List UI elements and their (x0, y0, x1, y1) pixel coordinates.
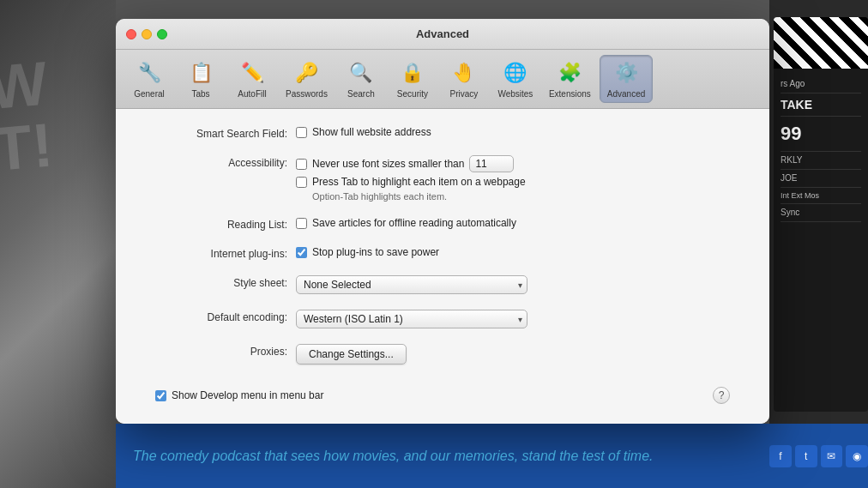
background-left: W T! (0, 0, 116, 488)
show-full-address-label: Show full website address (312, 126, 431, 138)
tabs-label: Tabs (191, 89, 209, 99)
tab-passwords[interactable]: 🔑 Passwords (279, 56, 335, 102)
font-size-select[interactable]: 11 9 10 12 14 16 18 24 (469, 155, 514, 172)
general-label: General (134, 89, 165, 99)
tab-extensions[interactable]: 🧩 Extensions (542, 56, 598, 102)
close-button[interactable] (126, 29, 136, 39)
email-icon[interactable]: ✉ (821, 445, 843, 467)
traffic-lights (126, 29, 167, 39)
passwords-label: Passwords (286, 89, 328, 99)
reading-list-label: Reading List: (142, 217, 296, 231)
tabs-icon: 📋 (187, 59, 214, 87)
clapboard-top (774, 17, 868, 69)
show-full-address-checkbox[interactable] (296, 127, 307, 138)
change-settings-button[interactable]: Change Settings... (296, 344, 407, 364)
smart-search-label: Smart Search Field: (142, 126, 296, 140)
proxies-control: Change Settings... (296, 344, 407, 364)
general-icon: 🔧 (136, 59, 163, 87)
reading-list-control: Save articles for offline reading automa… (296, 217, 516, 229)
proxies-label: Proxies: (142, 344, 296, 358)
encoding-dropdown-wrapper: Western (ISO Latin 1) UTF-8 Unicode (UTF… (296, 310, 527, 328)
window-title: Advanced (416, 27, 469, 40)
bottom-bar: The comedy podcast that sees how movies,… (116, 424, 769, 488)
default-encoding-control: Western (ISO Latin 1) UTF-8 Unicode (UTF… (296, 310, 527, 328)
accessibility-label: Accessibility: (142, 155, 296, 169)
default-encoding-label: Default encoding: (142, 310, 296, 323)
style-sheet-select[interactable]: None Selected (296, 275, 527, 294)
default-encoding-row: Default encoding: Western (ISO Latin 1) … (142, 310, 744, 328)
tab-privacy[interactable]: 🤚 Privacy (439, 56, 489, 102)
background-right: rs Ago TAKE 99 RKLY JOE Int Ext Mos Sync (769, 0, 868, 488)
develop-menu-label: Show Develop menu in menu bar (172, 389, 323, 401)
social-bar: f t ✉ ◉ (769, 424, 868, 488)
option-tab-hint: Option-Tab highlights each item. (312, 191, 526, 202)
reading-list-row: Reading List: Save articles for offline … (142, 217, 744, 231)
extensions-label: Extensions (549, 89, 591, 99)
websites-icon: 🌐 (502, 59, 529, 87)
rss-icon[interactable]: ◉ (846, 445, 868, 467)
search-icon: 🔍 (347, 59, 375, 87)
help-button[interactable]: ? (713, 387, 730, 404)
tab-general[interactable]: 🔧 General (124, 56, 174, 102)
save-articles-label: Save articles for offline reading automa… (312, 217, 516, 229)
develop-menu-checkbox[interactable] (155, 390, 166, 401)
tab-tabs[interactable]: 📋 Tabs (176, 56, 226, 102)
facebook-icon[interactable]: f (769, 445, 792, 467)
tab-autofill[interactable]: ✏️ AutoFill (227, 56, 277, 102)
style-sheet-row: Style sheet: None Selected ▾ (142, 275, 744, 294)
tab-advanced[interactable]: ⚙️ Advanced (600, 55, 653, 103)
style-sheet-label: Style sheet: (142, 275, 296, 289)
show-full-address-row: Show full website address (296, 126, 431, 138)
never-font-checkbox[interactable] (296, 159, 307, 170)
advanced-icon: ⚙️ (612, 59, 640, 87)
internet-plugins-row: Internet plug-ins: Stop plug-ins to save… (142, 246, 744, 260)
titlebar: Advanced (116, 19, 769, 50)
security-icon: 🔒 (399, 59, 426, 87)
passwords-icon: 🔑 (292, 59, 320, 87)
proxies-row: Proxies: Change Settings... (142, 344, 744, 364)
never-font-label: Never use font sizes smaller than (312, 158, 464, 170)
autofill-icon: ✏️ (238, 59, 266, 87)
accessibility-control: Never use font sizes smaller than 11 9 1… (296, 155, 526, 202)
smart-search-row: Smart Search Field: Show full website ad… (142, 126, 744, 140)
twitter-icon[interactable]: t (795, 445, 817, 467)
preferences-dialog: Advanced 🔧 General 📋 Tabs ✏️ AutoFill 🔑 … (116, 19, 769, 424)
search-label: Search (347, 89, 375, 99)
bottom-tagline: The comedy podcast that sees how movies,… (133, 449, 654, 464)
advanced-label: Advanced (607, 89, 645, 99)
minimize-button[interactable] (142, 29, 152, 39)
smart-search-control: Show full website address (296, 126, 431, 138)
internet-plugins-control: Stop plug-ins to save power (296, 246, 439, 258)
develop-menu-row: Show Develop menu in menu bar (155, 389, 323, 401)
privacy-label: Privacy (450, 89, 479, 99)
internet-plugins-label: Internet plug-ins: (142, 246, 296, 260)
tab-search[interactable]: 🔍 Search (336, 56, 386, 102)
press-tab-checkbox[interactable] (296, 177, 307, 188)
stop-plugins-checkbox[interactable] (296, 247, 307, 258)
style-sheet-control: None Selected ▾ (296, 275, 527, 294)
accessibility-row: Accessibility: Never use font sizes smal… (142, 155, 744, 202)
save-articles-checkbox[interactable] (296, 218, 307, 229)
stop-plugins-label: Stop plug-ins to save power (312, 246, 439, 258)
autofill-label: AutoFill (238, 89, 266, 99)
toolbar: 🔧 General 📋 Tabs ✏️ AutoFill 🔑 Passwords… (116, 50, 769, 109)
security-label: Security (397, 89, 428, 99)
encoding-select[interactable]: Western (ISO Latin 1) UTF-8 Unicode (UTF… (296, 310, 527, 328)
content-area: Smart Search Field: Show full website ad… (116, 109, 769, 424)
extensions-icon: 🧩 (556, 59, 583, 87)
press-tab-row: Press Tab to highlight each item on a we… (296, 176, 526, 188)
press-tab-label: Press Tab to highlight each item on a we… (312, 176, 526, 188)
save-articles-row: Save articles for offline reading automa… (296, 217, 516, 229)
privacy-icon: 🤚 (450, 59, 478, 87)
maximize-button[interactable] (157, 29, 167, 39)
tab-websites[interactable]: 🌐 Websites (491, 56, 540, 102)
bg-text-decoration: W T! (0, 46, 116, 180)
clapboard-body: rs Ago TAKE 99 RKLY JOE Int Ext Mos Sync (774, 69, 868, 229)
never-font-row: Never use font sizes smaller than 11 9 1… (296, 155, 526, 172)
clapboard-decoration: rs Ago TAKE 99 RKLY JOE Int Ext Mos Sync (774, 17, 868, 412)
websites-label: Websites (497, 89, 533, 99)
stop-plugins-row: Stop plug-ins to save power (296, 246, 439, 258)
tab-security[interactable]: 🔒 Security (388, 56, 437, 102)
font-size-dropdown-wrapper: 11 9 10 12 14 16 18 24 (469, 155, 514, 172)
style-sheet-dropdown-wrapper: None Selected ▾ (296, 275, 527, 294)
